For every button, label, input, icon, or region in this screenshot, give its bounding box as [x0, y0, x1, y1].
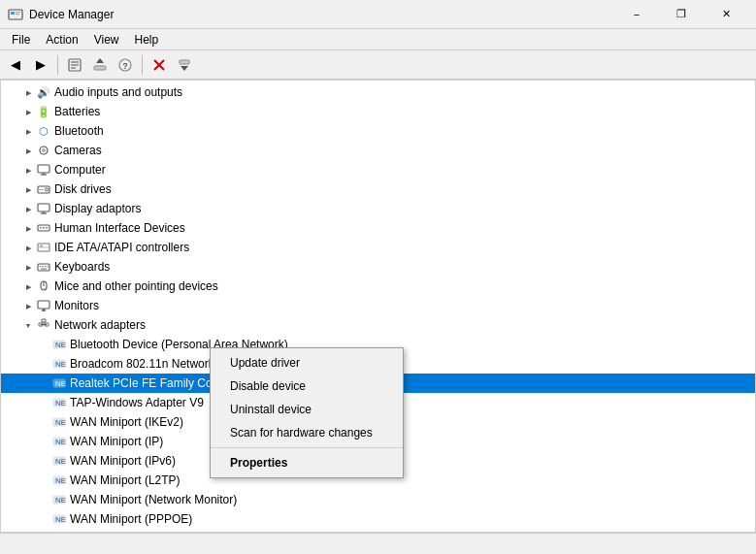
tree-item-hid[interactable]: Human Interface Devices — [1, 218, 755, 238]
svg-rect-36 — [40, 266, 42, 267]
expand-audio[interactable] — [20, 84, 36, 100]
menu-help[interactable]: Help — [127, 31, 167, 49]
cameras-label: Cameras — [54, 144, 102, 157]
menu-view[interactable]: View — [86, 31, 127, 49]
svg-rect-19 — [38, 165, 49, 173]
tree-item-cameras[interactable]: Cameras — [1, 141, 755, 160]
tree-item-batteries[interactable]: Batteries — [1, 102, 755, 121]
svg-rect-37 — [43, 266, 45, 267]
bluetooth-label: Bluetooth — [54, 124, 104, 138]
window-title: Device Manager — [29, 8, 614, 21]
svg-text:NET: NET — [55, 341, 66, 349]
svg-rect-35 — [38, 264, 49, 271]
expand-computer[interactable] — [20, 162, 36, 178]
tree-item-ide[interactable]: IDE ATA/ATAPI controllers — [1, 238, 755, 257]
restore-button[interactable]: ❐ — [659, 0, 704, 29]
context-menu-separator — [211, 447, 403, 448]
scan-button[interactable] — [173, 53, 196, 77]
expand-hid[interactable] — [20, 220, 36, 236]
net-wan-netw-label: WAN Miniport (Network Monitor) — [70, 493, 237, 506]
tree-item-network[interactable]: Network adapters — [1, 315, 755, 335]
ctx-update-driver[interactable]: Update driver — [211, 351, 403, 375]
ctx-disable-device[interactable]: Disable device — [211, 375, 403, 398]
svg-rect-15 — [180, 60, 189, 64]
tree-item-computer[interactable]: Computer — [1, 160, 755, 179]
tree-item-audio[interactable]: Audio inputs and outputs — [1, 82, 755, 102]
ctx-uninstall-device[interactable]: Uninstall device — [211, 398, 403, 421]
net-wan-l2tp-icon: NET — [51, 473, 67, 488]
expand-cameras[interactable] — [20, 143, 36, 158]
net-wan-ip-label: WAN Miniport (IP) — [70, 435, 163, 448]
svg-rect-29 — [40, 227, 42, 229]
tree-item-bluetooth[interactable]: ⬡ Bluetooth — [1, 121, 755, 141]
svg-text:NET: NET — [55, 360, 66, 369]
net-wan-pppoe-label: WAN Miniport (PPPOE) — [70, 512, 192, 526]
expand-network[interactable] — [20, 317, 36, 333]
net-wan-l2tp-label: WAN Miniport (L2TP) — [70, 473, 181, 487]
net-wan-ipv6-icon: NET — [51, 453, 67, 469]
expand-disk[interactable] — [20, 181, 36, 197]
tree-item-net-wan-pptp[interactable]: NET WAN Miniport (PPTP) — [1, 529, 755, 532]
net-wan-pppoe-icon: NET — [51, 511, 67, 527]
svg-rect-31 — [46, 227, 48, 229]
expand-display[interactable] — [20, 201, 36, 216]
svg-rect-40 — [41, 269, 47, 270]
tree-item-monitors[interactable]: Monitors — [1, 296, 755, 315]
ctx-scan-hardware[interactable]: Scan for hardware changes — [211, 421, 403, 444]
svg-point-23 — [46, 188, 49, 191]
monitors-icon — [36, 298, 51, 313]
expand-batteries[interactable] — [20, 104, 36, 119]
ide-icon — [36, 240, 51, 255]
display-label: Display adaptors — [54, 202, 141, 215]
bluetooth-icon: ⬡ — [36, 123, 51, 139]
svg-text:⬡: ⬡ — [39, 125, 49, 137]
svg-text:NET: NET — [55, 476, 66, 485]
help-button[interactable]: ? — [114, 53, 137, 77]
minimize-button[interactable]: − — [614, 0, 659, 29]
svg-marker-9 — [96, 58, 104, 63]
tree-item-display[interactable]: Display adaptors — [1, 199, 755, 218]
close-button[interactable]: ✕ — [704, 0, 748, 29]
svg-rect-2 — [16, 12, 20, 13]
tree-item-mice[interactable]: Mice and other pointing devices — [1, 277, 755, 296]
hid-label: Human Interface Devices — [54, 221, 185, 235]
tree-item-net-wan-pppoe[interactable]: NET WAN Miniport (PPPOE) — [1, 509, 755, 529]
expand-mice[interactable] — [20, 278, 36, 294]
expand-ide[interactable] — [20, 240, 36, 255]
display-icon — [36, 201, 51, 216]
tree-item-net-wan-netw[interactable]: NET WAN Miniport (Network Monitor) — [1, 490, 755, 509]
update-driver-button[interactable] — [88, 53, 112, 77]
tree-item-disk[interactable]: Disk drives — [1, 179, 755, 199]
expand-keyboards[interactable] — [20, 259, 36, 275]
menu-file[interactable]: File — [4, 31, 38, 49]
computer-label: Computer — [54, 163, 106, 177]
network-icon — [36, 317, 51, 333]
mice-icon — [36, 278, 51, 294]
net-wan-ipv6-label: WAN Miniport (IPv6) — [70, 454, 176, 468]
keyboard-icon — [36, 259, 51, 275]
expand-monitors[interactable] — [20, 298, 36, 313]
svg-text:NET: NET — [55, 496, 66, 505]
back-button[interactable]: ◀ — [4, 53, 27, 77]
computer-icon — [36, 162, 51, 178]
ctx-properties[interactable]: Properties — [211, 451, 403, 474]
svg-text:NET: NET — [55, 457, 66, 466]
menu-action[interactable]: Action — [38, 31, 85, 49]
svg-point-18 — [42, 148, 46, 152]
toolbar: ◀ ▶ ? — [0, 50, 756, 80]
tree-item-keyboards[interactable]: Keyboards — [1, 257, 755, 277]
expand-bluetooth[interactable] — [20, 123, 36, 139]
net-broadcom-icon: NET — [51, 356, 67, 372]
svg-rect-30 — [43, 227, 45, 229]
forward-button[interactable]: ▶ — [29, 53, 52, 77]
audio-label: Audio inputs and outputs — [54, 85, 182, 99]
svg-text:NET: NET — [55, 418, 66, 427]
net-wan-pptp-icon: NET — [51, 531, 67, 532]
svg-rect-3 — [16, 14, 19, 15]
keyboards-label: Keyboards — [54, 260, 110, 274]
svg-rect-8 — [94, 66, 106, 70]
app-icon — [8, 7, 23, 22]
remove-button[interactable] — [148, 53, 171, 77]
toolbar-separator-2 — [142, 55, 143, 75]
properties-button[interactable] — [63, 53, 86, 77]
